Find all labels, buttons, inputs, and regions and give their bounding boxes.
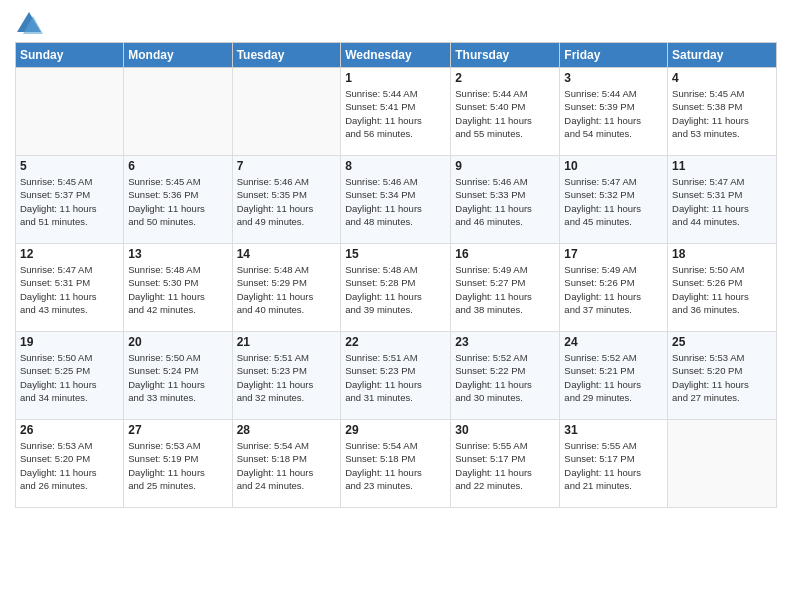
calendar-day-26: 26Sunrise: 5:53 AM Sunset: 5:20 PM Dayli… bbox=[16, 420, 124, 508]
calendar-day-23: 23Sunrise: 5:52 AM Sunset: 5:22 PM Dayli… bbox=[451, 332, 560, 420]
day-number: 31 bbox=[564, 423, 663, 437]
calendar-day-21: 21Sunrise: 5:51 AM Sunset: 5:23 PM Dayli… bbox=[232, 332, 341, 420]
day-number: 11 bbox=[672, 159, 772, 173]
calendar-day-15: 15Sunrise: 5:48 AM Sunset: 5:28 PM Dayli… bbox=[341, 244, 451, 332]
day-info: Sunrise: 5:50 AM Sunset: 5:26 PM Dayligh… bbox=[672, 263, 772, 316]
calendar-day-24: 24Sunrise: 5:52 AM Sunset: 5:21 PM Dayli… bbox=[560, 332, 668, 420]
column-header-saturday: Saturday bbox=[668, 43, 777, 68]
day-info: Sunrise: 5:44 AM Sunset: 5:40 PM Dayligh… bbox=[455, 87, 555, 140]
calendar-day-29: 29Sunrise: 5:54 AM Sunset: 5:18 PM Dayli… bbox=[341, 420, 451, 508]
day-number: 27 bbox=[128, 423, 227, 437]
calendar-day-10: 10Sunrise: 5:47 AM Sunset: 5:32 PM Dayli… bbox=[560, 156, 668, 244]
column-header-monday: Monday bbox=[124, 43, 232, 68]
day-info: Sunrise: 5:52 AM Sunset: 5:22 PM Dayligh… bbox=[455, 351, 555, 404]
day-info: Sunrise: 5:55 AM Sunset: 5:17 PM Dayligh… bbox=[455, 439, 555, 492]
day-number: 1 bbox=[345, 71, 446, 85]
day-number: 26 bbox=[20, 423, 119, 437]
day-number: 23 bbox=[455, 335, 555, 349]
calendar-day-13: 13Sunrise: 5:48 AM Sunset: 5:30 PM Dayli… bbox=[124, 244, 232, 332]
calendar-table: SundayMondayTuesdayWednesdayThursdayFrid… bbox=[15, 42, 777, 508]
calendar-day-11: 11Sunrise: 5:47 AM Sunset: 5:31 PM Dayli… bbox=[668, 156, 777, 244]
day-info: Sunrise: 5:45 AM Sunset: 5:36 PM Dayligh… bbox=[128, 175, 227, 228]
calendar-week-2: 5Sunrise: 5:45 AM Sunset: 5:37 PM Daylig… bbox=[16, 156, 777, 244]
day-number: 5 bbox=[20, 159, 119, 173]
day-info: Sunrise: 5:53 AM Sunset: 5:20 PM Dayligh… bbox=[20, 439, 119, 492]
day-info: Sunrise: 5:47 AM Sunset: 5:31 PM Dayligh… bbox=[20, 263, 119, 316]
calendar-day-28: 28Sunrise: 5:54 AM Sunset: 5:18 PM Dayli… bbox=[232, 420, 341, 508]
day-info: Sunrise: 5:46 AM Sunset: 5:33 PM Dayligh… bbox=[455, 175, 555, 228]
day-number: 25 bbox=[672, 335, 772, 349]
day-info: Sunrise: 5:52 AM Sunset: 5:21 PM Dayligh… bbox=[564, 351, 663, 404]
day-info: Sunrise: 5:49 AM Sunset: 5:27 PM Dayligh… bbox=[455, 263, 555, 316]
day-info: Sunrise: 5:51 AM Sunset: 5:23 PM Dayligh… bbox=[345, 351, 446, 404]
column-header-sunday: Sunday bbox=[16, 43, 124, 68]
calendar-day-25: 25Sunrise: 5:53 AM Sunset: 5:20 PM Dayli… bbox=[668, 332, 777, 420]
day-number: 16 bbox=[455, 247, 555, 261]
day-number: 30 bbox=[455, 423, 555, 437]
calendar-day-22: 22Sunrise: 5:51 AM Sunset: 5:23 PM Dayli… bbox=[341, 332, 451, 420]
calendar-day-8: 8Sunrise: 5:46 AM Sunset: 5:34 PM Daylig… bbox=[341, 156, 451, 244]
column-header-wednesday: Wednesday bbox=[341, 43, 451, 68]
calendar-day-2: 2Sunrise: 5:44 AM Sunset: 5:40 PM Daylig… bbox=[451, 68, 560, 156]
calendar-day-empty bbox=[124, 68, 232, 156]
page-header bbox=[15, 10, 777, 38]
calendar-day-31: 31Sunrise: 5:55 AM Sunset: 5:17 PM Dayli… bbox=[560, 420, 668, 508]
day-info: Sunrise: 5:49 AM Sunset: 5:26 PM Dayligh… bbox=[564, 263, 663, 316]
calendar-day-18: 18Sunrise: 5:50 AM Sunset: 5:26 PM Dayli… bbox=[668, 244, 777, 332]
day-number: 3 bbox=[564, 71, 663, 85]
day-number: 15 bbox=[345, 247, 446, 261]
day-info: Sunrise: 5:53 AM Sunset: 5:19 PM Dayligh… bbox=[128, 439, 227, 492]
day-number: 19 bbox=[20, 335, 119, 349]
calendar-day-empty bbox=[232, 68, 341, 156]
day-number: 18 bbox=[672, 247, 772, 261]
day-info: Sunrise: 5:51 AM Sunset: 5:23 PM Dayligh… bbox=[237, 351, 337, 404]
calendar-day-7: 7Sunrise: 5:46 AM Sunset: 5:35 PM Daylig… bbox=[232, 156, 341, 244]
day-number: 14 bbox=[237, 247, 337, 261]
day-number: 22 bbox=[345, 335, 446, 349]
calendar-day-27: 27Sunrise: 5:53 AM Sunset: 5:19 PM Dayli… bbox=[124, 420, 232, 508]
day-info: Sunrise: 5:54 AM Sunset: 5:18 PM Dayligh… bbox=[237, 439, 337, 492]
calendar-day-17: 17Sunrise: 5:49 AM Sunset: 5:26 PM Dayli… bbox=[560, 244, 668, 332]
calendar-day-19: 19Sunrise: 5:50 AM Sunset: 5:25 PM Dayli… bbox=[16, 332, 124, 420]
day-number: 21 bbox=[237, 335, 337, 349]
day-number: 17 bbox=[564, 247, 663, 261]
calendar-day-6: 6Sunrise: 5:45 AM Sunset: 5:36 PM Daylig… bbox=[124, 156, 232, 244]
calendar-day-3: 3Sunrise: 5:44 AM Sunset: 5:39 PM Daylig… bbox=[560, 68, 668, 156]
calendar-day-30: 30Sunrise: 5:55 AM Sunset: 5:17 PM Dayli… bbox=[451, 420, 560, 508]
day-number: 28 bbox=[237, 423, 337, 437]
calendar-day-9: 9Sunrise: 5:46 AM Sunset: 5:33 PM Daylig… bbox=[451, 156, 560, 244]
calendar-day-empty bbox=[668, 420, 777, 508]
calendar-day-4: 4Sunrise: 5:45 AM Sunset: 5:38 PM Daylig… bbox=[668, 68, 777, 156]
day-info: Sunrise: 5:45 AM Sunset: 5:38 PM Dayligh… bbox=[672, 87, 772, 140]
calendar-day-12: 12Sunrise: 5:47 AM Sunset: 5:31 PM Dayli… bbox=[16, 244, 124, 332]
column-header-thursday: Thursday bbox=[451, 43, 560, 68]
day-info: Sunrise: 5:47 AM Sunset: 5:32 PM Dayligh… bbox=[564, 175, 663, 228]
day-number: 2 bbox=[455, 71, 555, 85]
column-header-friday: Friday bbox=[560, 43, 668, 68]
day-info: Sunrise: 5:54 AM Sunset: 5:18 PM Dayligh… bbox=[345, 439, 446, 492]
calendar-day-16: 16Sunrise: 5:49 AM Sunset: 5:27 PM Dayli… bbox=[451, 244, 560, 332]
day-number: 24 bbox=[564, 335, 663, 349]
day-info: Sunrise: 5:46 AM Sunset: 5:34 PM Dayligh… bbox=[345, 175, 446, 228]
day-info: Sunrise: 5:44 AM Sunset: 5:41 PM Dayligh… bbox=[345, 87, 446, 140]
day-number: 8 bbox=[345, 159, 446, 173]
day-info: Sunrise: 5:48 AM Sunset: 5:29 PM Dayligh… bbox=[237, 263, 337, 316]
column-header-tuesday: Tuesday bbox=[232, 43, 341, 68]
day-number: 20 bbox=[128, 335, 227, 349]
calendar-week-4: 19Sunrise: 5:50 AM Sunset: 5:25 PM Dayli… bbox=[16, 332, 777, 420]
day-number: 12 bbox=[20, 247, 119, 261]
logo-icon bbox=[15, 10, 43, 38]
day-info: Sunrise: 5:47 AM Sunset: 5:31 PM Dayligh… bbox=[672, 175, 772, 228]
day-info: Sunrise: 5:44 AM Sunset: 5:39 PM Dayligh… bbox=[564, 87, 663, 140]
calendar-day-20: 20Sunrise: 5:50 AM Sunset: 5:24 PM Dayli… bbox=[124, 332, 232, 420]
day-info: Sunrise: 5:46 AM Sunset: 5:35 PM Dayligh… bbox=[237, 175, 337, 228]
day-info: Sunrise: 5:55 AM Sunset: 5:17 PM Dayligh… bbox=[564, 439, 663, 492]
calendar-week-3: 12Sunrise: 5:47 AM Sunset: 5:31 PM Dayli… bbox=[16, 244, 777, 332]
day-info: Sunrise: 5:53 AM Sunset: 5:20 PM Dayligh… bbox=[672, 351, 772, 404]
calendar-header-row: SundayMondayTuesdayWednesdayThursdayFrid… bbox=[16, 43, 777, 68]
calendar-day-empty bbox=[16, 68, 124, 156]
day-info: Sunrise: 5:50 AM Sunset: 5:25 PM Dayligh… bbox=[20, 351, 119, 404]
calendar-week-5: 26Sunrise: 5:53 AM Sunset: 5:20 PM Dayli… bbox=[16, 420, 777, 508]
day-number: 29 bbox=[345, 423, 446, 437]
calendar-week-1: 1Sunrise: 5:44 AM Sunset: 5:41 PM Daylig… bbox=[16, 68, 777, 156]
